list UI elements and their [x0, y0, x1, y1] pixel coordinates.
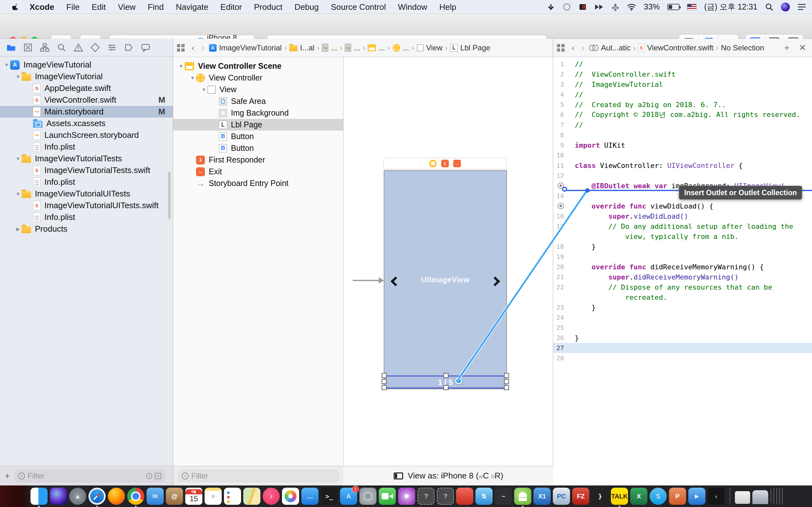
menu-clock[interactable]: (금) 오후 12:31 [704, 2, 757, 12]
code-line-20[interactable]: 20 override func didReceiveMemoryWarning… [553, 262, 812, 272]
breadcrumb--[interactable]: ↪... [345, 43, 360, 52]
outline-item-button[interactable]: BButton [173, 130, 343, 142]
disclosure-triangle[interactable]: ▼ [189, 75, 196, 80]
file-row-imageviewtutorialtests[interactable]: ▼ImageViewTutorialTests [0, 153, 173, 164]
dock-siri[interactable] [50, 488, 67, 505]
network-menu-extra-icon[interactable] [612, 2, 619, 12]
code-line-19[interactable]: 19 [553, 251, 812, 262]
ib-back-button[interactable]: ‹ [189, 43, 197, 53]
menu-item-source-control[interactable]: Source Control [325, 2, 392, 12]
code-line-18[interactable]: 18 } [553, 241, 812, 251]
menu-item-file[interactable]: File [60, 2, 86, 12]
dock-braces-app[interactable]: } [592, 488, 609, 505]
dock-mail[interactable]: ✉ [147, 488, 164, 505]
dock-app-store[interactable]: A2 [340, 488, 357, 505]
file-row-imageviewtutorialuitests[interactable]: ▼ImageViewTutorialUITests [0, 188, 173, 200]
navigator-tab-tests[interactable] [90, 43, 100, 52]
file-row-viewcontroller-swift[interactable]: SViewController.swiftM [0, 94, 173, 106]
breadcrumb-aut-atic[interactable]: Aut...atic [589, 43, 630, 52]
wifi-icon[interactable] [627, 2, 636, 12]
dock-powerpoint[interactable]: P [669, 488, 686, 505]
fast-forward-menu-extra-icon[interactable] [595, 2, 604, 12]
dock-pc-app[interactable]: PC [553, 488, 570, 505]
dock-messages[interactable]: … [301, 488, 318, 505]
dock-launchpad[interactable]: ▲ [69, 488, 86, 505]
dock-chrome[interactable] [127, 488, 144, 505]
outline-item-view-controller[interactable]: ▼View Controller [173, 72, 343, 83]
siri-icon[interactable] [781, 3, 790, 11]
navigator-tab-issues[interactable] [73, 43, 83, 52]
source-editor[interactable]: 1//2// ViewController.swift3// ImageView… [553, 57, 812, 486]
resize-handle[interactable] [504, 379, 509, 384]
disclosure-triangle[interactable]: ▼ [200, 87, 207, 92]
dock-dark-app[interactable]: ~ [495, 488, 512, 505]
view-as-label[interactable]: View as: iPhone 8 (wC hR) [408, 471, 503, 481]
outline-item-first-responder[interactable]: 1First Responder [173, 154, 343, 166]
outline-item-exit[interactable]: →Exit [173, 166, 343, 177]
navigator-scrollbar[interactable] [168, 172, 171, 219]
file-row-appdelegate-swift[interactable]: SAppDelegate.swift [0, 82, 173, 94]
file-row-products[interactable]: ▶Products [0, 223, 173, 235]
breadcrumb-view[interactable]: View [417, 43, 443, 52]
dock-minimized-window[interactable] [735, 491, 750, 504]
device-configuration-bar[interactable]: View as: iPhone 8 (wC hR) [344, 466, 553, 486]
add-file-button[interactable]: + [0, 470, 14, 481]
resize-handle[interactable] [382, 385, 387, 390]
dock-facetime[interactable] [379, 488, 396, 505]
dock-reminders[interactable] [224, 488, 241, 505]
add-assistant-editor-button[interactable]: + [782, 43, 791, 53]
dock-photos[interactable] [282, 488, 299, 505]
dock-skype[interactable]: S [650, 488, 667, 505]
tool-menu-extra-icon[interactable] [578, 2, 587, 12]
ring-menu-extra-icon[interactable] [563, 2, 571, 12]
dock-kakaotalk[interactable]: TALK [611, 488, 628, 505]
breadcrumb-viewcontroller-swift[interactable]: SViewController.swift [638, 43, 713, 52]
disclosure-triangle[interactable]: ▼ [3, 62, 10, 67]
code-line-3[interactable]: 3// ImageViewTutorial [553, 79, 812, 89]
dock-safari[interactable] [89, 488, 106, 505]
file-row-imageviewtutorial[interactable]: ▼AImageViewTutorial [0, 59, 173, 71]
disclosure-triangle[interactable]: ▼ [14, 156, 21, 161]
dock-excel[interactable]: X [630, 488, 647, 505]
dock-dev-chevron-app[interactable]: ‹ [708, 488, 725, 505]
code-line-25[interactable]: 25 [553, 323, 812, 333]
menu-item-xcode[interactable]: Xcode [23, 2, 60, 12]
navigator-tab-search[interactable] [57, 43, 66, 52]
code-line-2[interactable]: 2// ViewController.swift [553, 69, 812, 79]
outline-item-view[interactable]: ▼View [173, 83, 343, 95]
code-line-wrap[interactable]: view, typically from a nib. [553, 231, 812, 241]
breadcrumb-no-selection[interactable]: No Selection [721, 43, 764, 52]
dock-system-preferences[interactable]: ⚙ [359, 488, 376, 505]
recent-files-icon[interactable] [146, 473, 152, 479]
file-row-assets-xcassets[interactable]: Assets.xcassets [0, 118, 173, 129]
file-row-info-plist[interactable]: Info.plist [0, 141, 173, 153]
dock-calendar[interactable]: 6월15 [185, 488, 202, 505]
navigator-tab-breakpoints[interactable] [124, 43, 134, 52]
ib-forward-button[interactable]: › [199, 43, 207, 53]
first-responder-icon[interactable]: 1 [441, 160, 449, 167]
dock-android-studio[interactable] [514, 488, 531, 505]
dock-downloads-stack[interactable] [752, 490, 768, 504]
dock-unknown-app-1[interactable]: ? [417, 488, 435, 505]
apple-menu-icon[interactable] [7, 2, 23, 12]
breadcrumb--[interactable]: ... [393, 43, 409, 52]
menu-item-editor[interactable]: Editor [214, 2, 248, 12]
code-line-12[interactable]: 12 [553, 170, 812, 181]
code-line-8[interactable]: 8 [553, 130, 812, 140]
code-line-11[interactable]: 11class ViewController: UIViewController… [553, 160, 812, 170]
menu-item-window[interactable]: Window [392, 2, 433, 12]
code-line-15[interactable]: override func viewDidLoad() { [553, 201, 812, 211]
code-line-22[interactable]: 22 // Dispose of any resources that can … [553, 282, 812, 292]
dock-trash[interactable] [770, 488, 784, 504]
disclosure-triangle[interactable]: ▼ [14, 74, 21, 79]
resize-handle[interactable] [444, 385, 449, 390]
navigator-tab-source-control[interactable] [23, 43, 33, 52]
code-line-16[interactable]: 16 super.viewDidLoad() [553, 211, 812, 221]
notification-center-icon[interactable] [798, 2, 806, 12]
outline-item-lbl-page[interactable]: LLbl Page [173, 119, 343, 130]
resize-handle[interactable] [382, 379, 387, 384]
connection-well-icon[interactable] [558, 182, 564, 189]
code-line-27[interactable]: 27 [553, 343, 812, 353]
file-row-imageviewtutorial[interactable]: ▼ImageViewTutorial [0, 71, 173, 82]
code-line-4[interactable]: 4// [553, 89, 812, 100]
